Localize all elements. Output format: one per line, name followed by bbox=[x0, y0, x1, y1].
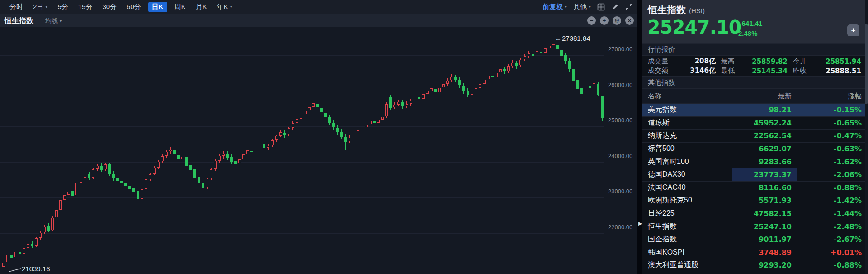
index-row-0[interactable]: 美元指数98.21-0.15% bbox=[642, 103, 868, 116]
candle-body bbox=[438, 88, 441, 92]
add-to-watchlist-button[interactable]: + bbox=[847, 24, 859, 36]
index-row-4[interactable]: 英国富时1009283.66-1.62% bbox=[642, 155, 868, 168]
candle-body bbox=[84, 175, 86, 178]
chevron-down-icon: ▾ bbox=[589, 5, 591, 9]
brush-icon[interactable] bbox=[611, 3, 619, 11]
index-row-7[interactable]: 欧洲斯托克505571.93-1.42% bbox=[642, 194, 868, 207]
period-tab-5[interactable]: 60分 bbox=[122, 2, 146, 12]
others-dropdown[interactable]: 其他 ▾ bbox=[573, 3, 591, 11]
candle-body bbox=[6, 255, 9, 262]
period-tab-4[interactable]: 30分 bbox=[97, 2, 122, 12]
period-tab-9[interactable]: 年K▾ bbox=[212, 2, 237, 12]
candle-body bbox=[296, 119, 298, 123]
index-row-6[interactable]: 法国CAC408116.60-0.88% bbox=[642, 181, 868, 194]
index-change-cell: -0.88% bbox=[797, 261, 868, 269]
quote-grid: 成交量208亿最高25859.82今开25851.94 成交额3146亿最低25… bbox=[642, 56, 868, 76]
candle-body bbox=[246, 150, 249, 154]
index-last-cell: 9293.20 bbox=[732, 259, 797, 272]
index-row-11[interactable]: 韩国KOSPI3748.89+0.01% bbox=[642, 246, 868, 259]
index-row-9[interactable]: 恒生指数25247.10-2.48% bbox=[642, 220, 868, 233]
y-axis-line bbox=[604, 27, 604, 274]
candlestick-plot[interactable]: ←27381.84 21039.16 27000.0026000.0025000… bbox=[0, 27, 637, 274]
quote-pair: 成交量208亿 bbox=[648, 57, 716, 66]
index-row-2[interactable]: 纳斯达克22562.54-0.47% bbox=[642, 129, 868, 142]
candle-wick bbox=[345, 134, 346, 150]
arrow-down-icon: ↓ bbox=[736, 19, 740, 27]
index-row-5[interactable]: 德国DAX3023773.37-2.06% bbox=[642, 168, 868, 181]
col-header-name[interactable]: 名称 bbox=[642, 92, 732, 101]
price-change: ↓-641.41 bbox=[736, 19, 762, 27]
candle-body bbox=[450, 77, 453, 80]
candle-body bbox=[206, 179, 208, 188]
candle-body bbox=[55, 210, 58, 218]
candle-body bbox=[564, 55, 567, 61]
quote-value: 25859.82 bbox=[752, 58, 788, 66]
quote-label: 成交量 bbox=[648, 57, 668, 66]
fullscreen-icon[interactable] bbox=[625, 3, 633, 11]
index-change-cell: -1.44% bbox=[797, 209, 868, 218]
candle-body bbox=[271, 140, 274, 145]
panel-scrollbar-thumb[interactable] bbox=[865, 24, 868, 104]
candle-body bbox=[548, 46, 551, 48]
ma-dropdown[interactable]: 均线 ▾ bbox=[45, 17, 62, 25]
index-row-1[interactable]: 道琼斯45952.24-0.65% bbox=[642, 116, 868, 130]
index-row-8[interactable]: 日经22547582.15-1.44% bbox=[642, 207, 868, 220]
period-tab-7[interactable]: 周K bbox=[170, 2, 191, 12]
candle-body bbox=[353, 134, 355, 137]
index-last-cell: 5571.93 bbox=[732, 194, 797, 207]
zoom-in-icon[interactable]: + bbox=[600, 16, 609, 25]
settings-gear-icon[interactable]: ⚙ bbox=[613, 16, 621, 25]
zoom-out-icon[interactable]: − bbox=[587, 16, 596, 25]
candle-body bbox=[511, 63, 514, 66]
grid-layout-icon[interactable] bbox=[597, 3, 605, 11]
y-axis-tick-label: 27000.00 bbox=[608, 46, 632, 53]
index-row-partial[interactable] bbox=[642, 272, 868, 274]
candle-body bbox=[202, 183, 204, 188]
candle-body bbox=[349, 138, 351, 142]
close-icon[interactable]: × bbox=[625, 16, 634, 25]
adjust-mode-dropdown[interactable]: 前复权 ▾ bbox=[542, 3, 567, 11]
chevron-down-icon: ▾ bbox=[565, 5, 567, 9]
panel-collapse-handle[interactable]: ▶ bbox=[638, 221, 642, 226]
candle-body bbox=[389, 97, 392, 108]
index-row-12[interactable]: 澳大利亚普通股9293.20-0.88% bbox=[642, 259, 868, 272]
candle-body bbox=[503, 69, 506, 71]
col-header-last[interactable]: 最新 bbox=[732, 89, 797, 103]
index-last-cell: 25247.10 bbox=[732, 220, 797, 233]
candle-body bbox=[507, 66, 510, 71]
period-tab-0[interactable]: 分时 bbox=[5, 2, 28, 12]
period-tab-6[interactable]: 日K bbox=[148, 2, 167, 12]
candle-body bbox=[75, 183, 78, 195]
quote-row: 成交量208亿最高25859.82今开25851.94 bbox=[642, 57, 868, 66]
candle-body bbox=[141, 189, 143, 198]
index-name-cell: 国企指数 bbox=[642, 235, 732, 244]
period-tab-3[interactable]: 15分 bbox=[73, 2, 98, 12]
candle-body bbox=[279, 132, 282, 136]
period-tab-2[interactable]: 5分 bbox=[52, 2, 73, 12]
quote-pair: 昨收25888.51 bbox=[793, 67, 861, 75]
index-name-cell: 纳斯达克 bbox=[642, 131, 732, 140]
index-last-cell: 3748.89 bbox=[732, 246, 797, 259]
period-tab-8[interactable]: 月K bbox=[191, 2, 212, 12]
period-tab-1[interactable]: 2日▾ bbox=[28, 2, 52, 12]
candle-body bbox=[304, 111, 307, 115]
index-change-cell: -2.48% bbox=[797, 222, 868, 231]
quote-label: 昨收 bbox=[793, 67, 807, 75]
chart-subheader: 恒生指数 均线 ▾ −+⚙× bbox=[0, 14, 637, 27]
index-change-cell: -0.15% bbox=[797, 106, 868, 114]
candle-body bbox=[283, 133, 286, 135]
candle-body bbox=[467, 91, 469, 95]
col-header-change[interactable]: 涨幅 bbox=[797, 92, 868, 101]
candle-body bbox=[324, 113, 327, 117]
candle-body bbox=[446, 81, 449, 84]
period-toolbar: 分时2日▾5分15分30分60分日K周K月K年K▾ 前复权 ▾ 其他 ▾ bbox=[0, 0, 637, 14]
gridline bbox=[0, 126, 604, 127]
index-row-3[interactable]: 标普5006629.07-0.63% bbox=[642, 142, 868, 155]
index-change-cell: -0.65% bbox=[797, 119, 868, 127]
candle-body bbox=[410, 101, 412, 104]
candle-body bbox=[406, 104, 408, 106]
index-row-10[interactable]: 国企指数9011.97-2.67% bbox=[642, 233, 868, 246]
candle-body bbox=[336, 128, 339, 132]
quote-pair: 最高25859.82 bbox=[721, 57, 788, 66]
candle-body bbox=[381, 117, 384, 120]
